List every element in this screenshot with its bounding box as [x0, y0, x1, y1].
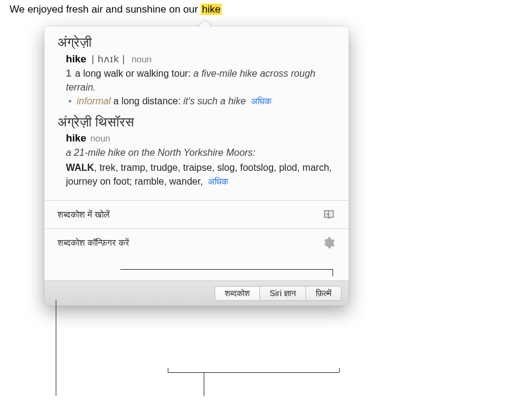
leader-line [332, 269, 333, 276]
dictionary-headword-row: hike | hʌɪk | noun [66, 53, 335, 65]
leader-line [168, 368, 168, 372]
leader-line [204, 372, 204, 396]
informal-example: it's such a hike [183, 96, 246, 106]
dictionary-more-link[interactable]: अधिक [251, 96, 271, 106]
configure-dictionary-row[interactable]: शब्दकोश कॉन्फ़िगर करें [44, 229, 349, 281]
dictionary-headword: hike [66, 53, 86, 65]
tab-movies[interactable]: फ़िल्में [306, 286, 341, 301]
thesaurus-part-of-speech: noun [90, 133, 110, 143]
configure-dictionary-label: शब्दकोश कॉन्फ़िगर करें [58, 237, 129, 248]
tab-siri-knowledge[interactable]: Siri ज्ञान [259, 286, 306, 301]
open-in-dictionary-row[interactable]: शब्दकोश में खोलें Aa [44, 201, 349, 228]
synonym-list: , trek, tramp, trudge, traipse, slog, fo… [66, 162, 332, 186]
informal-definition-line: informal a long distance: it's such a hi… [77, 94, 335, 108]
thesaurus-headword-row: hike noun [66, 132, 335, 144]
leader-line [120, 269, 332, 270]
synonym-lead: WALK [66, 162, 94, 173]
thesaurus-more-link[interactable]: अधिक [208, 176, 228, 186]
informal-definition: a long distance: [111, 96, 183, 106]
informal-label: informal [77, 96, 111, 106]
sentence-prefix: We enjoyed fresh air and sunshine on our [10, 4, 201, 15]
dictionary-section-title: अंग्रेज़ी [58, 35, 335, 50]
definition-block: 1 a long walk or walking tour: a five-mi… [66, 67, 335, 108]
leader-line [339, 368, 340, 372]
source-sentence: We enjoyed fresh air and sunshine on our… [0, 0, 228, 19]
leader-line [168, 372, 339, 373]
tab-dictionary[interactable]: शब्दकोश [214, 286, 260, 301]
part-of-speech: noun [132, 54, 152, 64]
popover-arrow [198, 20, 212, 28]
thesaurus-section-title: अंग्रेज़ी थिसॉरस [58, 114, 335, 130]
gear-icon [322, 236, 335, 249]
thesaurus-example: a 21-mile hike on the North Yorkshire Mo… [66, 146, 335, 159]
source-tabbar: शब्दकोश Siri ज्ञान फ़िल्में [44, 281, 349, 306]
lookup-popover: अंग्रेज़ी hike | hʌɪk | noun 1 a long wa… [44, 26, 349, 306]
leader-line [56, 300, 56, 396]
open-in-dictionary-label: शब्दकोश में खोलें [58, 209, 110, 220]
definition-text: a long walk or walking tour: [75, 68, 193, 79]
svg-text:Aa: Aa [326, 212, 331, 216]
highlighted-word: hike [201, 4, 222, 15]
thesaurus-block: a 21-mile hike on the North Yorkshire Mo… [66, 146, 335, 189]
thesaurus-headword: hike [66, 132, 86, 144]
pronunciation: | hʌɪk | [92, 53, 125, 65]
dictionary-icon: Aa [322, 208, 335, 221]
definition-number: 1 [66, 68, 71, 79]
